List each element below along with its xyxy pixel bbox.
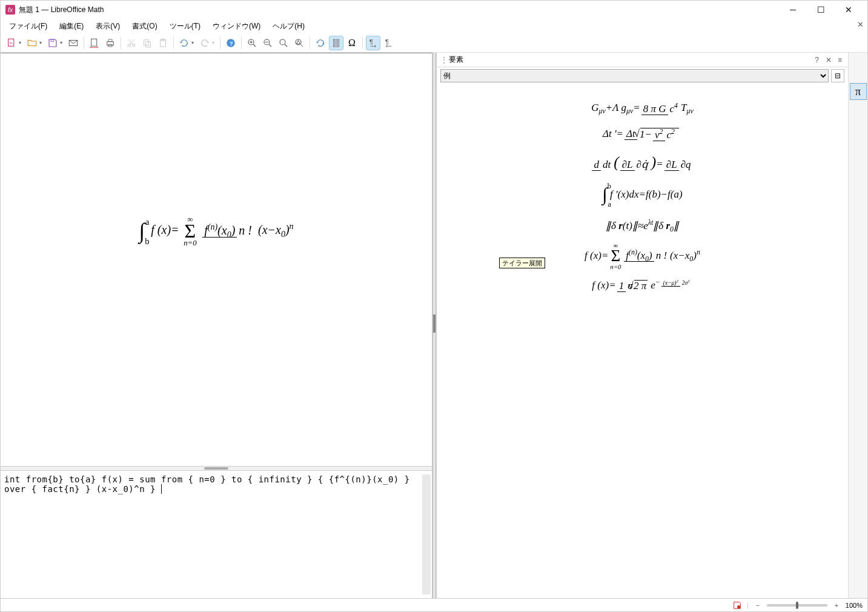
panel-menu-icon[interactable]: ≡ xyxy=(835,56,844,64)
help-button[interactable]: ? xyxy=(224,36,238,50)
titlebar: fx 無題 1 — LibreOffice Math ─ ☐ ✕ xyxy=(1,1,867,19)
minimize-button[interactable]: ─ xyxy=(779,1,807,19)
open-button[interactable] xyxy=(25,36,39,50)
ltr-button[interactable]: ¶ xyxy=(366,36,380,50)
formula-preview[interactable]: a∫b f (x)= ∞Σn=0 f(n)(x0)n ! (x−x0)n xyxy=(1,53,432,466)
example-lyapunov[interactable]: ‖δ r(t)‖≈eλt‖δ r0‖ xyxy=(442,218,843,234)
menu-edit[interactable]: 編集(E) xyxy=(53,19,90,33)
grip-icon[interactable]: ⋮ xyxy=(440,56,446,64)
example-gauss[interactable]: f (x)=1σ2 πe−(x−μ)22σ2 xyxy=(442,278,843,292)
svg-rect-20 xyxy=(334,39,335,47)
menu-view[interactable]: 表示(V) xyxy=(90,19,126,33)
example-taylor[interactable]: f (x)=∞Σn=0f(n)(x0)n !(x−x0)n テイラー展開 xyxy=(442,245,843,267)
menu-file[interactable]: ファイル(F) xyxy=(3,19,53,33)
cut-button[interactable] xyxy=(124,36,139,50)
panel-close-icon[interactable]: ✕ xyxy=(824,56,833,64)
menubar: ファイル(F) 編集(E) 表示(V) 書式(O) ツール(T) ウィンドウ(W… xyxy=(1,19,867,33)
sidebar-strip: π xyxy=(848,53,867,598)
open-dropdown[interactable]: ▾ xyxy=(39,40,44,45)
zoom-page-button[interactable] xyxy=(276,36,291,50)
example-einstein[interactable]: Gμν+Λ gμν=8 π Gc4Tμν xyxy=(442,101,843,116)
svg-rect-21 xyxy=(337,39,339,47)
formula-editor[interactable]: int from{b} to{a} f(x) = sum from { n=0 … xyxy=(1,471,432,598)
redo-dropdown[interactable]: ▾ xyxy=(212,40,217,45)
svg-rect-5 xyxy=(107,41,114,45)
mail-button[interactable] xyxy=(66,36,81,50)
svg-text:¶: ¶ xyxy=(369,38,373,45)
panel-header: ⋮ 要素 ? ✕ ≡ xyxy=(437,53,848,67)
formula-cursor-button[interactable] xyxy=(329,36,343,50)
copy-button[interactable] xyxy=(140,36,154,50)
editor-content: int from{b} to{a} f(x) = sum from { n=0 … xyxy=(4,474,410,494)
paste-button[interactable] xyxy=(156,36,170,50)
panel-side-icon[interactable]: ⊟ xyxy=(831,69,844,82)
svg-rect-11 xyxy=(146,41,151,47)
export-pdf-button[interactable] xyxy=(87,36,102,50)
new-button[interactable]: fx xyxy=(4,36,19,50)
panel-help-icon[interactable]: ? xyxy=(812,56,821,64)
svg-rect-10 xyxy=(144,39,149,45)
menu-tools[interactable]: ツール(T) xyxy=(164,19,207,33)
svg-rect-4 xyxy=(91,39,97,46)
menu-format[interactable]: 書式(O) xyxy=(126,19,163,33)
close-doc-icon[interactable]: ✕ xyxy=(857,20,864,29)
save-button[interactable] xyxy=(45,36,60,50)
new-dropdown[interactable]: ▾ xyxy=(19,40,24,45)
app-icon: fx xyxy=(5,5,15,15)
examples-list: Gμν+Λ gμν=8 π Gc4Tμν Δt '=Δt1−v2c2 ddt(∂… xyxy=(437,84,848,598)
example-time-dilation[interactable]: Δt '=Δt1−v2c2 xyxy=(442,127,843,141)
sidebar-elements-button[interactable]: π xyxy=(850,83,867,100)
window-title: 無題 1 — LibreOffice Math xyxy=(19,5,779,15)
symbols-button[interactable]: Ω xyxy=(345,36,359,50)
svg-rect-6 xyxy=(108,39,112,42)
zoom-slider[interactable] xyxy=(767,604,827,607)
zoom-minus[interactable]: − xyxy=(754,602,762,609)
statusbar: | − + 100% xyxy=(1,598,867,611)
rtl-button[interactable]: ¶ xyxy=(382,36,396,50)
category-select[interactable]: 例 xyxy=(440,69,829,82)
menu-window[interactable]: ウィンドウ(W) xyxy=(207,19,267,33)
undo-dropdown[interactable]: ▾ xyxy=(191,40,196,45)
tooltip: テイラー展開 xyxy=(499,258,545,268)
svg-text:?: ? xyxy=(230,39,233,46)
zoom-out-button[interactable] xyxy=(260,36,275,50)
horizontal-splitter[interactable] xyxy=(1,466,432,471)
save-dropdown[interactable]: ▾ xyxy=(60,40,65,45)
svg-point-18 xyxy=(280,39,285,45)
redo-button[interactable] xyxy=(197,36,212,50)
zoom-opt-button[interactable] xyxy=(292,36,306,50)
zoom-plus[interactable]: + xyxy=(832,602,841,609)
undo-button[interactable] xyxy=(177,36,191,50)
maximize-button[interactable]: ☐ xyxy=(807,1,835,19)
svg-text:¶: ¶ xyxy=(385,38,389,45)
refresh-button[interactable] xyxy=(313,36,328,50)
toolbar: fx ▾ ▾ ▾ ▾ ▾ ? Ω ¶ ¶ xyxy=(1,33,867,53)
panel-title: 要素 xyxy=(449,55,810,65)
svg-point-25 xyxy=(737,605,740,608)
print-button[interactable] xyxy=(103,36,118,50)
vertical-splitter[interactable] xyxy=(432,53,436,598)
close-button[interactable]: ✕ xyxy=(835,1,863,19)
menu-help[interactable]: ヘルプ(H) xyxy=(267,19,311,33)
zoom-label[interactable]: 100% xyxy=(846,602,863,609)
example-lagrange[interactable]: ddt(∂L∂q̇)=∂L∂q xyxy=(442,152,843,172)
save-status-icon[interactable] xyxy=(732,600,742,610)
example-ftc[interactable]: b∫a f '(x)dx=f(b)−f(a) xyxy=(442,183,843,207)
editor-scrollbar[interactable] xyxy=(422,474,431,594)
svg-text:fx: fx xyxy=(10,41,13,44)
zoom-in-button[interactable] xyxy=(245,36,259,50)
